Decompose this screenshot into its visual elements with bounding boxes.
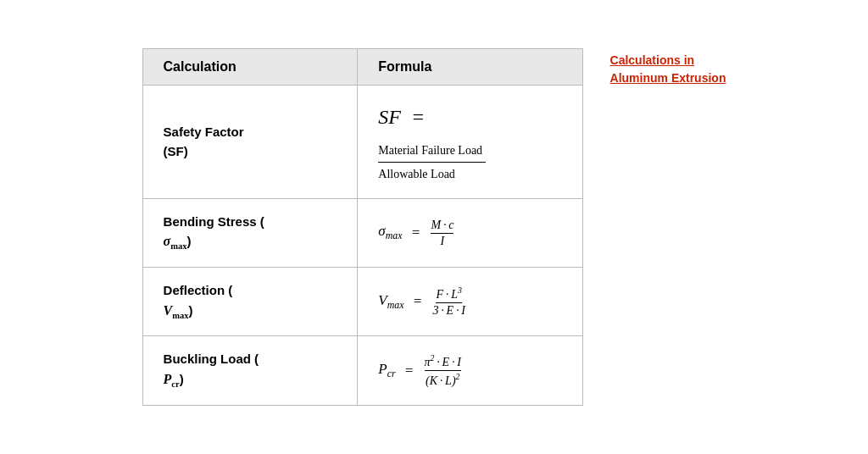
formula-buckling: Pcr = π2 · E · I (K · L)2 bbox=[358, 336, 582, 405]
table-row: Deflection (Vmax) Vmax = F · L3 3 · E · … bbox=[142, 268, 582, 336]
table-row: Buckling Load (Pcr) Pcr = π2 · E · I (K … bbox=[142, 336, 582, 405]
formula-deflection: Vmax = F · L3 3 · E · I bbox=[358, 268, 582, 336]
calculations-table: Calculation Formula Safety Factor(SF) SF… bbox=[142, 48, 583, 405]
formula-bending: σmax = M · c I bbox=[358, 198, 582, 267]
calc-name-bending: Bending Stress (σmax) bbox=[142, 198, 358, 267]
aluminum-extrusion-link[interactable]: Calculations in Aluminum Extrusion bbox=[610, 53, 726, 85]
table-row: Safety Factor(SF) SF = Material Failure … bbox=[142, 86, 582, 199]
col-header-formula: Formula bbox=[358, 49, 582, 86]
formula-sf: SF = Material Failure Load Allowable Loa… bbox=[358, 86, 582, 199]
calc-name-buckling: Buckling Load (Pcr) bbox=[142, 336, 358, 405]
calc-name-deflection: Deflection (Vmax) bbox=[142, 268, 358, 336]
calc-name-sf: Safety Factor(SF) bbox=[142, 86, 358, 199]
col-header-calculation: Calculation bbox=[142, 49, 358, 86]
table-row: Bending Stress (σmax) σmax = M · c I bbox=[142, 198, 582, 267]
sidebar: Calculations in Aluminum Extrusion bbox=[610, 48, 726, 87]
page-container: Calculation Formula Safety Factor(SF) SF… bbox=[108, 23, 760, 430]
